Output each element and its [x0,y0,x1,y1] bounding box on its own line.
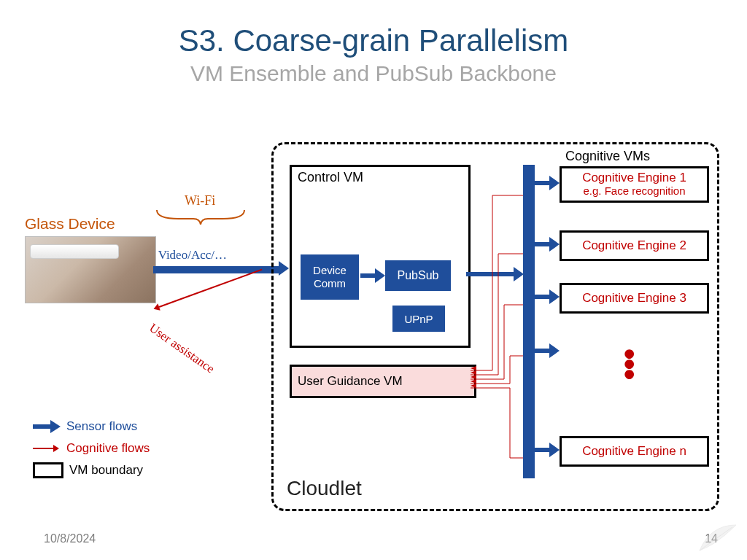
vm-boundary-icon [33,462,63,478]
slide-title: S3. Coarse-grain Parallelism [0,23,747,58]
arrow-to-cogn [535,448,549,452]
cognitive-engine-3: Cognitive Engine 3 [560,283,709,314]
vertical-ellipsis-icon: ••• [624,349,635,379]
cloudlet-boundary: Cloudlet Control VM DeviceComm PubSub UP… [271,142,719,511]
cognitive-engine-1: Cognitive Engine 1 e.g. Face recognition [560,166,709,203]
legend-vm: VM boundary [69,459,143,481]
glass-device-image [25,236,156,303]
sensor-flow-icon [33,421,61,432]
feather-watermark-icon [696,521,740,554]
arrow-to-cog1 [535,181,549,185]
device-comm-box: DeviceComm [301,254,359,300]
wifi-brace-icon [153,209,248,226]
footer-date: 10/8/2024 [44,532,96,545]
arrow-to-cog4 [535,349,549,353]
arrow-dev-to-pubsub [360,273,375,278]
legend-sensor: Sensor flows [66,416,137,438]
cognitive-vms-header: Cognitive VMs [565,149,650,164]
cognitive-flow-icon [33,443,61,454]
glass-device-label: Glass Device [25,215,115,233]
user-guidance-vm-box: User Guidance VM [290,365,476,398]
arrow-to-cog2 [535,242,549,246]
legend: Sensor flows Cognitive flows VM boundary [33,416,150,481]
arrow-pubsub-to-backbone [466,272,514,276]
cloudlet-label: Cloudlet [287,477,362,500]
slide-subtitle: VM Ensemble and PubSub Backbone [0,61,747,86]
control-vm-label: Control VM [298,170,363,185]
legend-cognitive: Cognitive flows [66,438,150,459]
cognitive-engine-n: Cognitive Engine n [560,436,709,467]
arrow-to-cog3 [535,295,549,299]
user-assistance-label: User assistance [147,321,217,376]
cognitive-engine-2: Cognitive Engine 2 [560,230,709,261]
pubsub-backbone-bar [523,165,535,478]
upnp-box: UPnP [392,306,445,332]
control-vm-box: Control VM DeviceComm PubSub UPnP [290,165,471,348]
wifi-label: Wi-Fi [185,193,215,209]
pubsub-box: PubSub [385,260,451,291]
